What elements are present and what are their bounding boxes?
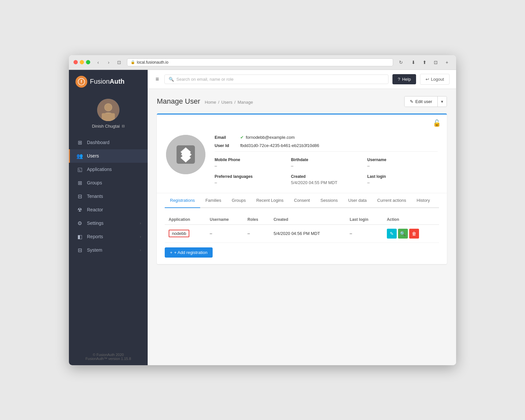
- sidebar-item-reports[interactable]: ◧ Reports ›: [69, 230, 148, 243]
- cell-last-login: –: [346, 224, 383, 242]
- browser-chrome: ‹ › ⊡ 🔒 local.fusionauth.io ↻ ⬇ ⬆ ⊡ +: [69, 55, 456, 70]
- cell-application: nodebb: [165, 224, 206, 242]
- unlock-icon: 🔓: [157, 115, 447, 127]
- sidebar-menu: ⊞ Dashboard 👥 Users ◱ Applications ⊞ Gro…: [69, 134, 148, 348]
- logout-button[interactable]: ↩ Logout: [420, 74, 450, 85]
- help-button[interactable]: ? Help: [392, 74, 416, 84]
- mobile-phone-value: –: [215, 163, 285, 168]
- col-application: Application: [165, 215, 206, 225]
- info-separator: [215, 151, 438, 152]
- sidebar-item-reactor[interactable]: ☢ Reactor: [69, 203, 148, 217]
- sidebar-label-groups: Groups: [87, 180, 102, 185]
- browser-nav: ‹ › ⊡: [94, 58, 124, 66]
- edit-user-button[interactable]: ✎ Edit user: [405, 96, 437, 107]
- breadcrumb-sep2: /: [234, 100, 236, 105]
- download-button[interactable]: ⬇: [409, 58, 418, 66]
- tab-consent[interactable]: Consent: [289, 193, 315, 208]
- reports-icon: ◧: [76, 234, 83, 240]
- created-field: Created 5/4/2020 04:55 PM MDT: [291, 174, 362, 185]
- app-name-nodebb: nodebb: [169, 230, 189, 237]
- breadcrumb-users[interactable]: Users: [221, 100, 232, 105]
- tab-recent-logins[interactable]: Recent Logins: [251, 193, 289, 208]
- email-value: ✔ fornodebb@example.com: [240, 135, 295, 140]
- reports-arrow-icon: ›: [140, 235, 141, 239]
- system-arrow-icon: ›: [140, 248, 141, 252]
- view-registration-button[interactable]: 🔍: [398, 229, 408, 239]
- sidebar-item-dashboard[interactable]: ⊞ Dashboard: [69, 136, 148, 149]
- sidebar-label-applications: Applications: [87, 167, 112, 172]
- dashboard-icon: ⊞: [76, 139, 83, 146]
- birthdate-field: Birthdate –: [291, 158, 362, 168]
- cell-roles: –: [243, 224, 269, 242]
- breadcrumb-home[interactable]: Home: [205, 100, 216, 105]
- cell-created: 5/4/2020 04:56 PM MDT: [270, 224, 346, 242]
- tab-families[interactable]: Families: [200, 193, 226, 208]
- col-roles: Roles: [243, 215, 269, 225]
- last-login-field: Last login –: [367, 174, 438, 185]
- col-action: Action: [383, 215, 439, 225]
- registrations-table: Application Username Roles Created Last …: [165, 215, 439, 243]
- cell-username: –: [206, 224, 243, 242]
- minimize-traffic-light[interactable]: [80, 60, 84, 64]
- tab-history[interactable]: History: [411, 193, 435, 208]
- maximize-traffic-light[interactable]: [86, 60, 90, 64]
- browser-actions: ⬇ ⬆ ⊡ +: [409, 58, 452, 66]
- main-content: ≡ 🔍 Search on email, name or role ? Help…: [148, 70, 456, 365]
- reader-view-button[interactable]: ⊡: [115, 58, 124, 66]
- sidebar-item-users[interactable]: 👥 Users: [69, 149, 148, 163]
- user-card: 🔓: [157, 114, 447, 264]
- sidebar-item-settings[interactable]: ⚙ Settings ›: [69, 217, 148, 230]
- user-info-section: Email ✔ fornodebb@example.com User Id fb…: [157, 127, 447, 193]
- user-avatar: [166, 135, 205, 174]
- delete-registration-button[interactable]: 🗑: [409, 229, 419, 239]
- tab-user-data[interactable]: User data: [343, 193, 372, 208]
- sidebar-item-applications[interactable]: ◱ Applications: [69, 163, 148, 176]
- email-row: Email ✔ fornodebb@example.com: [215, 135, 438, 140]
- new-tab-button[interactable]: +: [442, 58, 452, 66]
- tab-sessions[interactable]: Sessions: [315, 193, 343, 208]
- search-box[interactable]: 🔍 Search on email, name or role: [164, 74, 389, 84]
- sidebar-item-tenants[interactable]: ⊟ Tenants: [69, 190, 148, 203]
- preferred-languages-label: Preferred languages: [215, 174, 285, 179]
- page-content: Manage User Home / Users / Manage ✎ Edit: [148, 89, 456, 365]
- svg-point-5: [105, 104, 112, 111]
- close-traffic-light[interactable]: [74, 60, 78, 64]
- edit-registration-button[interactable]: ✎: [387, 229, 397, 239]
- edit-user-dropdown[interactable]: ▾: [437, 96, 447, 107]
- refresh-button[interactable]: ↻: [396, 58, 406, 66]
- last-login-value: –: [367, 180, 438, 185]
- tab-content-registrations: Application Username Roles Created Last …: [165, 208, 439, 264]
- tab-current-actions[interactable]: Current actions: [372, 193, 411, 208]
- share-button[interactable]: ⬆: [420, 58, 429, 66]
- app-container: f FusionAuth: [69, 70, 456, 365]
- add-registration-label: + Add registration: [174, 250, 208, 255]
- hamburger-button[interactable]: ≡: [154, 74, 160, 84]
- tab-button[interactable]: ⊡: [431, 58, 440, 66]
- applications-icon: ◱: [76, 166, 83, 173]
- table-body: nodebb – – 5/4/2020 04:56 PM MDT –: [165, 224, 439, 242]
- delete-reg-icon: 🗑: [412, 231, 416, 236]
- sidebar: f FusionAuth: [69, 70, 148, 365]
- address-bar[interactable]: 🔒 local.fusionauth.io: [127, 58, 393, 66]
- settings-arrow-icon: ›: [140, 221, 141, 225]
- tabs-nav: Registrations Families Groups Recent Log…: [165, 193, 439, 208]
- tab-groups[interactable]: Groups: [226, 193, 251, 208]
- sidebar-label-dashboard: Dashboard: [87, 140, 110, 145]
- user-fields-grid: Mobile Phone – Birthdate – Username –: [215, 155, 438, 185]
- userid-row: User Id fbdd31d0-72ce-4235-b461-eb21b3f1…: [215, 143, 438, 148]
- sidebar-item-system[interactable]: ⊟ System ›: [69, 243, 148, 257]
- email-text: fornodebb@example.com: [246, 135, 295, 140]
- created-label: Created: [291, 174, 362, 179]
- breadcrumb: Home / Users / Manage: [205, 100, 253, 105]
- back-button[interactable]: ‹: [94, 58, 103, 66]
- traffic-lights: [74, 60, 90, 64]
- sidebar-label-system: System: [87, 247, 102, 253]
- add-registration-button[interactable]: + + Add registration: [165, 247, 213, 258]
- col-username: Username: [206, 215, 243, 225]
- forward-button[interactable]: ›: [104, 58, 113, 66]
- sidebar-logo: f FusionAuth: [69, 70, 148, 94]
- logo-icon: f: [75, 76, 87, 88]
- sidebar-item-groups[interactable]: ⊞ Groups: [69, 176, 148, 190]
- tab-registrations[interactable]: Registrations: [165, 193, 200, 208]
- users-icon: 👥: [76, 153, 83, 159]
